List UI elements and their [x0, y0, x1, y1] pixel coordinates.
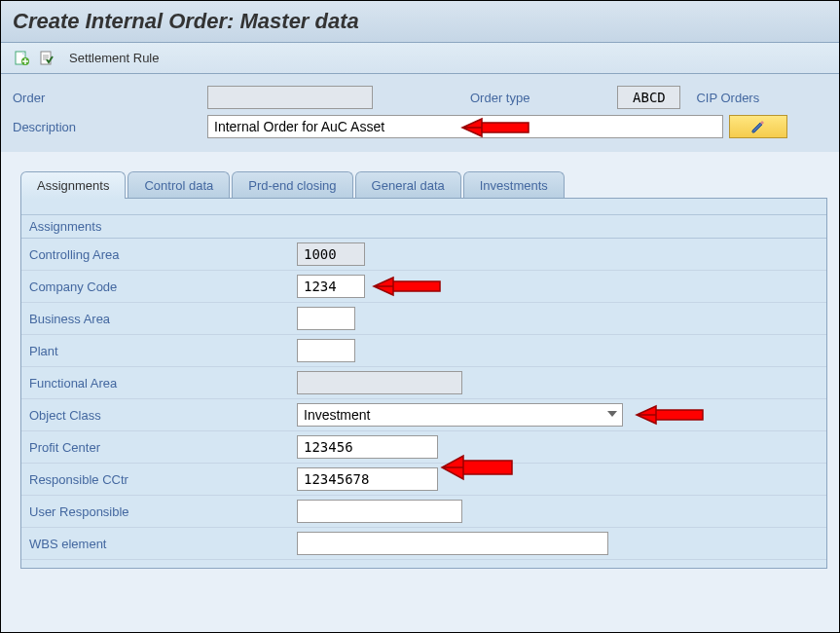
- label-object-class: Object Class: [29, 408, 297, 423]
- tab-general-data[interactable]: General data: [355, 171, 461, 199]
- row-company-code: Company Code: [21, 271, 826, 303]
- toolbar: Settlement Rule: [1, 43, 839, 74]
- tab-investments[interactable]: Investments: [463, 171, 565, 199]
- arrow-annotation: [372, 272, 446, 301]
- settlement-rule-button[interactable]: Settlement Rule: [63, 49, 165, 67]
- dropdown-object-class[interactable]: [297, 403, 623, 427]
- label-responsible-cctr: Responsible CCtr: [29, 472, 297, 487]
- row-profit-center: Profit Center: [21, 431, 826, 464]
- row-wbs-element: WBS element: [21, 528, 826, 560]
- row-controlling-area: Controlling Area: [21, 239, 826, 271]
- label-business-area: Business Area: [29, 312, 297, 326]
- tab-strip: Assignments Control data Prd-end closing…: [20, 171, 827, 199]
- description-label: Description: [13, 120, 207, 134]
- order-input[interactable]: [207, 86, 373, 109]
- description-input[interactable]: [207, 115, 723, 138]
- row-responsible-cctr: Responsible CCtr: [21, 464, 826, 496]
- order-type-value: [617, 86, 680, 109]
- label-functional-area: Functional Area: [29, 376, 297, 391]
- order-type-label: Order type: [470, 91, 530, 105]
- order-label: Order: [13, 91, 207, 105]
- tabs-area: Assignments Control data Prd-end closing…: [20, 171, 827, 569]
- tab-content-assignments: Assignments Controlling Area Company Cod…: [20, 198, 827, 569]
- dropdown-object-class-wrap: [297, 403, 623, 427]
- input-functional-area: [297, 371, 462, 394]
- document-check-icon[interactable]: [38, 50, 55, 67]
- label-plant: Plant: [29, 344, 297, 358]
- label-controlling-area: Controlling Area: [29, 247, 297, 262]
- arrow-annotation: [635, 400, 709, 429]
- edit-description-button[interactable]: [729, 115, 787, 138]
- tab-assignments[interactable]: Assignments: [20, 171, 126, 199]
- tab-prd-end-closing[interactable]: Prd-end closing: [232, 171, 352, 199]
- page-title: Create Internal Order: Master data: [1, 1, 839, 43]
- header-section: Order Order type CIP Orders Description: [1, 74, 839, 152]
- label-company-code: Company Code: [29, 279, 297, 294]
- row-business-area: Business Area: [21, 303, 826, 335]
- row-plant: Plant: [21, 335, 826, 367]
- tab-control-data[interactable]: Control data: [128, 171, 230, 199]
- row-functional-area: Functional Area: [21, 367, 826, 399]
- input-company-code[interactable]: [297, 275, 365, 298]
- label-profit-center: Profit Center: [29, 440, 297, 455]
- assignments-group-label: Assignments: [21, 214, 826, 239]
- document-new-icon[interactable]: [13, 50, 30, 67]
- input-business-area[interactable]: [297, 307, 355, 330]
- input-plant[interactable]: [297, 339, 355, 362]
- row-user-responsible: User Responsible: [21, 496, 826, 528]
- label-wbs-element: WBS element: [29, 537, 297, 551]
- input-wbs-element[interactable]: [297, 532, 608, 555]
- input-user-responsible[interactable]: [297, 500, 462, 523]
- input-responsible-cctr[interactable]: [297, 467, 438, 491]
- input-profit-center[interactable]: [297, 435, 438, 459]
- input-controlling-area: [297, 242, 365, 266]
- row-object-class: Object Class: [21, 399, 826, 431]
- label-user-responsible: User Responsible: [29, 504, 297, 519]
- pencil-icon: [750, 119, 766, 134]
- cip-orders-label: CIP Orders: [696, 91, 759, 105]
